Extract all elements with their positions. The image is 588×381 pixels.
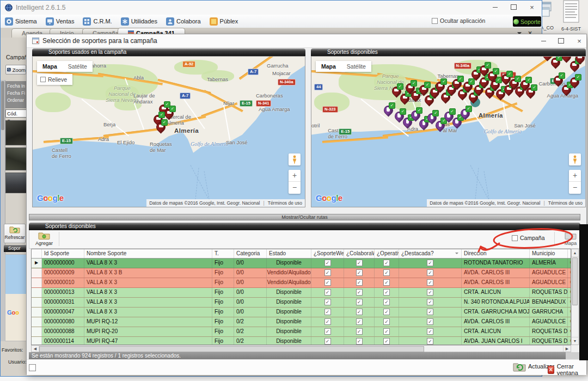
pegman-control[interactable] bbox=[569, 153, 581, 165]
desktop-icon[interactable]: 6-4-SIST bbox=[555, 0, 587, 32]
column-header[interactable]: T. bbox=[212, 249, 234, 258]
map-pin[interactable]: ✓ bbox=[575, 56, 585, 65]
menu-item-utilidades[interactable]: Utilidades bbox=[121, 17, 157, 26]
sidebar-mini-map[interactable]: Málaga el Mar Goo bbox=[5, 254, 27, 341]
table-row[interactable]: 0000000009VALLA 8 X 3 BFijo0/0Vendido/Al… bbox=[32, 268, 571, 278]
soporte-photo-thumbnail[interactable] bbox=[5, 120, 27, 145]
bottom-checkbox[interactable] bbox=[29, 364, 36, 371]
row-checkbox[interactable]: ✓ bbox=[427, 338, 433, 345]
row-checkbox[interactable]: ✓ bbox=[324, 318, 331, 325]
app-minimize-button[interactable] bbox=[491, 3, 499, 11]
scroll-up-arrow[interactable]: ▲ bbox=[572, 249, 578, 257]
show-hide-routes-splitter[interactable]: Mostrar/Ocultar rutas bbox=[29, 214, 580, 220]
scroll-thumb[interactable] bbox=[572, 257, 578, 305]
row-checkbox[interactable]: ✓ bbox=[427, 279, 433, 286]
map-pin[interactable]: ✓ bbox=[461, 108, 470, 120]
dialog-minimize-button[interactable] bbox=[538, 36, 548, 45]
zoom-in-button[interactable]: + bbox=[289, 170, 301, 182]
row-checkbox[interactable]: ✓ bbox=[324, 279, 331, 286]
cerrar-ventana-button[interactable]: X Cerrar ventana bbox=[548, 363, 586, 376]
menu-item-publex[interactable]: Públex bbox=[210, 17, 238, 26]
row-checkbox[interactable]: ✓ bbox=[383, 309, 390, 315]
column-header[interactable] bbox=[32, 249, 42, 258]
map-available-soportes[interactable]: Mapa Satélite Google Datos de mapas ©201… bbox=[311, 56, 586, 207]
table-row[interactable]: 0000000013VALLA 8 X 3Fijo0/0Disponible✓✓… bbox=[32, 288, 571, 298]
soporte-photo-thumbnail[interactable] bbox=[5, 173, 27, 193]
row-checkbox[interactable]: ✓ bbox=[324, 338, 331, 345]
column-header[interactable]: ¿SoporteWeb? bbox=[311, 249, 344, 258]
zoom-out-button[interactable]: − bbox=[569, 182, 581, 193]
soporte-photo-thumbnail[interactable] bbox=[5, 148, 27, 170]
row-checkbox[interactable]: ✓ bbox=[427, 318, 433, 325]
terms-link[interactable]: Términos de uso bbox=[268, 200, 302, 206]
map-pin[interactable]: ✓ bbox=[488, 71, 497, 83]
sort-icon[interactable] bbox=[455, 253, 458, 256]
table-row[interactable]: ▶0000000000VALLA 8 X 3Fijo0/0Disponible✓… bbox=[32, 259, 571, 268]
row-checkbox[interactable]: ✓ bbox=[383, 289, 390, 296]
row-checkbox[interactable]: ✓ bbox=[324, 289, 331, 296]
app-maximize-button[interactable] bbox=[509, 3, 518, 11]
row-checkbox[interactable]: ✓ bbox=[356, 299, 363, 305]
pegman-control[interactable] bbox=[289, 153, 301, 165]
column-header[interactable]: Direccion bbox=[462, 249, 530, 258]
map-used-soportes[interactable]: Mapa Satélite Relieve Google Datos de ma… bbox=[32, 56, 305, 207]
row-checkbox[interactable]: ✓ bbox=[356, 338, 363, 345]
relieve-checkbox[interactable] bbox=[40, 77, 46, 82]
zoom-in-button[interactable]: + bbox=[569, 170, 581, 182]
scroll-left-arrow[interactable]: ◀ bbox=[32, 346, 39, 352]
map-pin[interactable]: ✓ bbox=[156, 122, 166, 134]
table-row[interactable]: 0000000010VALLA 8 X 3Fijo0/0Vendido/Alqu… bbox=[32, 278, 571, 288]
map-pin[interactable]: ✓ bbox=[164, 108, 174, 120]
column-header[interactable]: ¿Destacada? bbox=[399, 249, 462, 258]
table-row[interactable]: 0000000088MUPI RQ-20Fijo0/2Disponible✓✓✓… bbox=[32, 327, 571, 337]
grid-horizontal-scrollbar[interactable]: ◀ ▶ bbox=[31, 345, 571, 352]
satellite-button[interactable]: Satélite bbox=[63, 61, 93, 72]
map-pin[interactable]: ✓ bbox=[551, 57, 560, 69]
scroll-down-arrow[interactable]: ▼ bbox=[572, 337, 578, 345]
sidebar-refrescar-button[interactable]: Refrescar bbox=[4, 224, 26, 243]
row-checkbox[interactable]: ✓ bbox=[383, 260, 390, 266]
row-checkbox[interactable]: ✓ bbox=[427, 299, 433, 305]
scroll-thumb[interactable] bbox=[39, 346, 424, 352]
map-button[interactable]: Mapa bbox=[37, 61, 63, 72]
hide-application-checkbox[interactable] bbox=[432, 18, 438, 24]
row-checkbox[interactable]: ✓ bbox=[356, 279, 363, 286]
grid-vertical-scrollbar[interactable]: ▲ ▼ bbox=[571, 249, 579, 345]
app-close-button[interactable]: × bbox=[528, 3, 536, 11]
table-row[interactable]: 0000000080MUPI RQ-12Fijo0/2Disponible✓✓✓… bbox=[32, 317, 571, 327]
row-checkbox[interactable]: ✓ bbox=[427, 260, 433, 266]
row-checkbox[interactable]: ✓ bbox=[427, 269, 433, 276]
satellite-button[interactable]: Satélite bbox=[341, 61, 371, 72]
row-checkbox[interactable]: ✓ bbox=[356, 309, 363, 315]
row-checkbox[interactable]: ✓ bbox=[356, 318, 363, 325]
table-row[interactable]: 0000000114MUPI RQ-47Fijo0/2Disponible✓✓✓… bbox=[32, 337, 571, 345]
row-checkbox[interactable]: ✓ bbox=[324, 260, 331, 266]
map-pin[interactable]: ✓ bbox=[570, 77, 579, 89]
row-checkbox[interactable]: ✓ bbox=[383, 328, 390, 335]
sidebar-soportes-header[interactable]: Sopor bbox=[4, 245, 27, 252]
row-checkbox[interactable]: ✓ bbox=[356, 289, 363, 296]
soporte-button[interactable]: Soporte bbox=[513, 16, 541, 27]
row-checkbox[interactable]: ✓ bbox=[427, 289, 433, 296]
zoom-out-button[interactable]: − bbox=[289, 182, 301, 193]
agregar-button[interactable]: Agregar bbox=[33, 231, 56, 247]
row-checkbox[interactable]: ✓ bbox=[427, 328, 433, 335]
row-checkbox[interactable]: ✓ bbox=[324, 299, 331, 305]
menu-item-crm[interactable]: C.R.M. bbox=[83, 17, 112, 26]
menu-item-sistema[interactable]: Sistema bbox=[5, 17, 37, 26]
map-pin[interactable]: ✓ bbox=[526, 87, 535, 99]
row-checkbox[interactable]: ✓ bbox=[383, 299, 390, 305]
map-pin[interactable]: ✓ bbox=[384, 105, 393, 117]
sidebar-zoom-button[interactable]: Zoom bbox=[5, 65, 26, 75]
row-checkbox[interactable]: ✓ bbox=[356, 269, 363, 276]
row-checkbox[interactable]: ✓ bbox=[356, 260, 363, 266]
table-row[interactable]: 0000000031VALLA 8 X 3Fijo0/0Disponible✓✓… bbox=[32, 298, 571, 308]
map-button[interactable]: Mapa bbox=[316, 61, 341, 72]
map-pin[interactable]: ✓ bbox=[400, 93, 409, 105]
menu-item-ventas[interactable]: Ventas bbox=[46, 17, 75, 26]
dialog-close-button[interactable]: × bbox=[574, 36, 584, 45]
column-header[interactable]: Nombre Soporte bbox=[84, 249, 212, 258]
table-row[interactable]: 0000000047VALLA 8 X 3Fijo0/0Disponible✓✓… bbox=[32, 308, 571, 317]
row-checkbox[interactable]: ✓ bbox=[324, 309, 331, 315]
menu-item-colabora[interactable]: Colabora bbox=[166, 17, 201, 26]
